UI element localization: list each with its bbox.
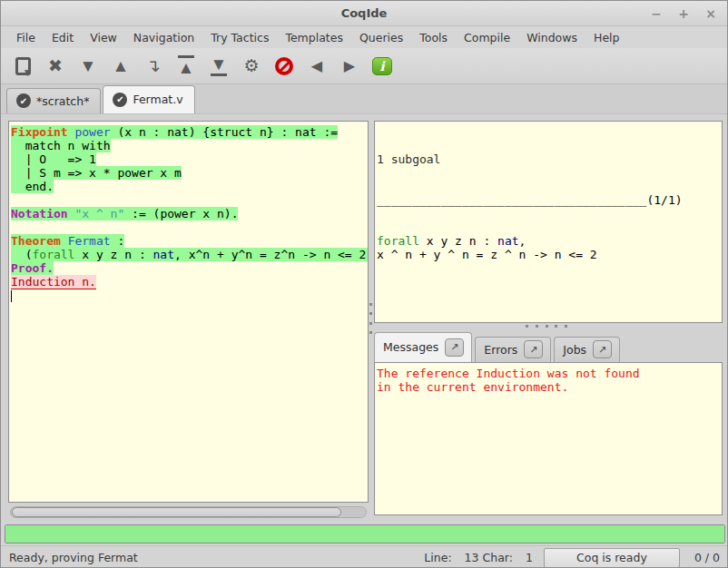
close-button[interactable]: × [703, 6, 718, 21]
maximize-button[interactable]: + [676, 6, 691, 21]
editor-horizontal-scrollbar[interactable] [10, 506, 367, 518]
message-line: in the current environment. [377, 380, 720, 394]
menu-help[interactable]: Help [585, 29, 628, 46]
tab-label: Jobs [563, 343, 586, 357]
tab-messages[interactable]: Messages↗ [374, 332, 472, 362]
code-line: Fixpoint power (x n : nat) {struct n} : … [11, 125, 366, 139]
coq-state-button[interactable]: Coq is ready [544, 548, 680, 568]
tab-label: Fermat.v [133, 93, 182, 106]
message-line: The reference Induction was not found [377, 367, 720, 380]
code-line: Theorem Fermat : [11, 234, 366, 248]
goal-line: forall x y z n : nat, [377, 234, 720, 248]
to-end-button[interactable]: ▼ [202, 51, 235, 82]
goal-line: x ^ n + y ^ n = z ^ n -> n <= 2 [377, 248, 720, 261]
menu-bar: FileEditViewNavigationTry TacticsTemplat… [1, 27, 727, 48]
arrow-down-icon: ▼ [80, 57, 97, 74]
messages-content: The reference Induction was not foundin … [375, 363, 722, 396]
horizontal-splitter-handle[interactable] [526, 324, 567, 328]
check-icon: ✔ [16, 93, 31, 108]
tab-label: Messages [383, 340, 438, 354]
forward-button[interactable]: ▼ [72, 51, 104, 82]
goal-content: 1 subgoal ______________________________… [375, 122, 722, 290]
line-label: Line: [424, 551, 451, 564]
code-line [11, 193, 366, 207]
window-controls: − + × [649, 1, 718, 26]
previous-occurrence-button[interactable]: ◀ [300, 51, 333, 82]
window-title: CoqIde [341, 6, 388, 20]
script-editor-content[interactable]: Fixpoint power (x n : nat) {struct n} : … [9, 122, 368, 304]
goal-pane[interactable]: 1 subgoal ______________________________… [374, 121, 723, 323]
menu-edit[interactable]: Edit [44, 29, 82, 46]
code-line [11, 289, 366, 302]
arrow-down-to-bar-icon: ▼ [211, 55, 228, 76]
tab-label: Errors [484, 343, 517, 357]
tab-jobs[interactable]: Jobs↗ [554, 337, 620, 362]
goal-header: 1 subgoal [377, 152, 720, 166]
menu-view[interactable]: View [82, 29, 125, 46]
status-bar: Ready, proving Fermat Line: 13 Char: 1 C… [1, 545, 728, 568]
detach-icon[interactable]: ↗ [445, 338, 464, 357]
code-line: | S m => x * power x m [11, 166, 366, 180]
message-tab-bar: Messages↗Errors↗Jobs↗ [374, 331, 623, 362]
close-icon: ✖ [48, 57, 63, 74]
goto-cursor-button[interactable]: ↴ [137, 51, 170, 82]
jump-to-cursor-icon: ↴ [146, 57, 161, 74]
gear-icon: ⚙ [243, 57, 259, 74]
vertical-splitter-handle[interactable] [368, 303, 373, 334]
tab-errors[interactable]: Errors↗ [475, 337, 551, 362]
next-occurrence-button[interactable]: ▶ [333, 51, 366, 82]
arrow-left-icon: ◀ [311, 59, 322, 73]
menu-windows[interactable]: Windows [518, 29, 585, 46]
work-area: Fixpoint power (x n : nat) {struct n} : … [1, 114, 728, 523]
char-label: Char: [483, 551, 513, 564]
status-right-group: Line: 13 Char: 1 Coq is ready 0 / 0 [424, 548, 720, 568]
menu-try-tactics[interactable]: Try Tactics [202, 29, 277, 46]
arrow-up-to-bar-icon: ▲ [178, 55, 195, 76]
tab-fermat.v[interactable]: ✔Fermat.v [103, 85, 194, 113]
code-line: | O => 1 [11, 152, 366, 166]
interrupt-button[interactable] [268, 51, 300, 82]
detach-icon[interactable]: ↗ [593, 340, 612, 358]
about-button[interactable]: i [366, 51, 398, 82]
title-bar: CoqIde − + × [1, 1, 727, 26]
menu-compile[interactable]: Compile [456, 29, 518, 46]
coqide-window: CoqIde − + × FileEditViewNavigationTry T… [0, 0, 728, 568]
check-icon: ✔ [113, 93, 127, 107]
messages-pane[interactable]: The reference Induction was not foundin … [374, 362, 723, 515]
code-line [11, 220, 366, 234]
tab-scratch[interactable]: ✔*scratch* [6, 88, 101, 113]
code-line: match n with [11, 139, 366, 152]
progress-fill [5, 525, 724, 543]
goal-lines: forall x y z n : nat,x ^ n + y ^ n = z ^… [377, 234, 720, 261]
close-buffer-button[interactable]: ✖ [39, 51, 72, 82]
arrow-right-icon: ▶ [344, 59, 355, 73]
arrow-up-icon: ▲ [113, 57, 130, 74]
minimize-button[interactable]: − [649, 6, 664, 21]
status-message: Ready, proving Fermat [9, 551, 424, 564]
code-line: Notation "x ^ n" := (power x n). [11, 207, 366, 220]
info-bubble-icon: i [372, 57, 392, 75]
stop-icon [275, 57, 293, 75]
char-value: 1 [526, 551, 533, 564]
save-button[interactable]: ▼ [6, 51, 39, 82]
code-line: (forall x y z n : nat, x^n + y^n = z^n -… [11, 248, 366, 261]
line-value: 13 [465, 551, 479, 564]
text-cursor [11, 290, 12, 302]
detach-icon[interactable]: ↗ [524, 340, 543, 358]
workers-counter: 0 / 0 [694, 551, 720, 564]
backward-button[interactable]: ▲ [104, 51, 137, 82]
document-tab-bar: ✔*scratch*✔Fermat.v [1, 84, 727, 114]
code-line: end. [11, 180, 366, 193]
script-editor-pane[interactable]: Fixpoint power (x n : nat) {struct n} : … [8, 121, 369, 503]
tab-label: *scratch* [36, 94, 89, 108]
restart-button[interactable]: ▲ [170, 51, 202, 82]
menu-templates[interactable]: Templates [277, 29, 351, 46]
code-line: Induction n. [11, 275, 366, 289]
menu-tools[interactable]: Tools [411, 29, 456, 46]
menu-file[interactable]: File [8, 29, 44, 46]
code-line: Proof. [11, 261, 366, 275]
fully-check-button[interactable]: ⚙ [235, 51, 268, 82]
menu-navigation[interactable]: Navigation [125, 29, 202, 46]
menu-queries[interactable]: Queries [351, 29, 411, 46]
scrollbar-thumb[interactable] [12, 507, 341, 517]
